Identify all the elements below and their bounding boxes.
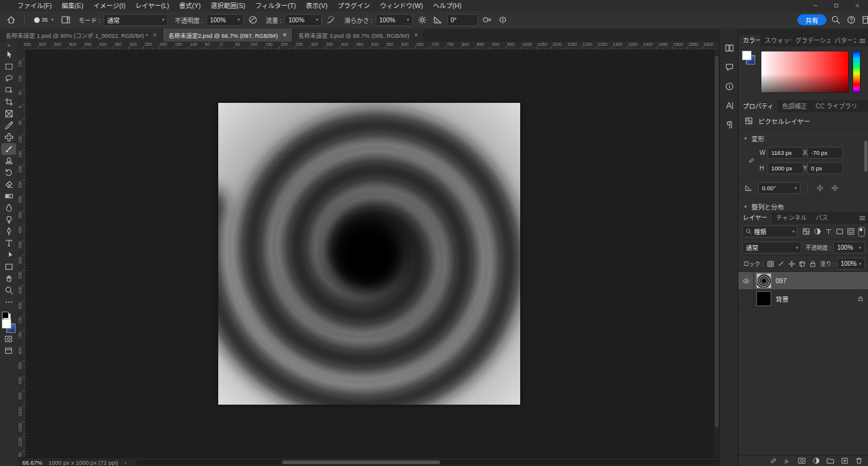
color-tab[interactable]: カラー (738, 35, 760, 46)
lock-position-button[interactable] (787, 259, 797, 269)
properties-tab[interactable]: プロパティ (738, 100, 777, 112)
close-tab-icon[interactable]: × (283, 32, 286, 38)
close-tab-icon[interactable]: × (414, 32, 418, 38)
pressure-size-icon[interactable] (481, 14, 494, 26)
color-tab[interactable]: スウォッチ (760, 35, 790, 46)
brush-angle-input[interactable]: 0° (447, 14, 478, 26)
layer-row[interactable]: 097 (738, 272, 868, 290)
character-button[interactable] (722, 99, 736, 112)
foreground-color-swatch[interactable] (742, 51, 751, 60)
object-selection-tool[interactable] (1, 84, 16, 96)
brush-tool[interactable] (1, 143, 16, 155)
rectangle-tool[interactable] (1, 261, 16, 273)
layers-tab[interactable]: レイヤー (738, 212, 772, 224)
mask-button[interactable] (797, 456, 807, 466)
document-tab-2[interactable]: 名称未設定2.psd @ 66.7% (097, RGB/8#)× (163, 29, 293, 42)
workspace-icon[interactable] (861, 14, 868, 26)
smoothing-options-gear-icon[interactable] (416, 14, 428, 26)
history-brush-tool[interactable] (1, 167, 16, 178)
smoothing-select[interactable]: 100% ▾ (376, 14, 413, 26)
pressure-opacity-icon[interactable] (247, 14, 259, 26)
type-tool[interactable] (1, 237, 16, 249)
vertical-scrollbar[interactable] (714, 50, 719, 457)
screen-mode-button[interactable] (1, 345, 16, 356)
color-tab[interactable]: パターン (830, 35, 856, 46)
color-field[interactable] (761, 51, 849, 93)
maximize-button[interactable] (826, 0, 847, 11)
crop-tool[interactable] (1, 96, 16, 108)
color-panel-menu-icon[interactable] (856, 35, 868, 46)
lock-all-button[interactable] (808, 259, 818, 269)
horizontal-scrollbar-thumb[interactable] (282, 460, 440, 464)
horizontal-scrollbar[interactable] (136, 460, 720, 465)
hand-tool[interactable] (1, 273, 16, 284)
filter-filter-type-button[interactable] (823, 227, 833, 237)
color-tab[interactable]: グラデーション (791, 35, 830, 46)
paint-mode-select[interactable]: 通常 ▾ (104, 14, 168, 26)
pen-tool[interactable] (1, 226, 16, 237)
marquee-tool[interactable] (1, 61, 16, 73)
share-button[interactable]: 共有 (797, 14, 826, 25)
properties-scrollbar[interactable] (864, 141, 867, 172)
menu-view[interactable]: 表示(V) (301, 0, 332, 11)
filter-shape-button[interactable] (835, 227, 844, 237)
lock-artboard-button[interactable] (797, 259, 807, 269)
menu-window[interactable]: ウィンドウ(W) (375, 0, 428, 11)
y-input[interactable]: 0 px (807, 162, 843, 174)
lock-pixels-button[interactable] (776, 259, 786, 269)
transform-section-header[interactable]: ▼ 変形 (738, 130, 868, 146)
flip-vertical-icon[interactable] (830, 183, 840, 193)
layer-fill-select[interactable]: 100% ▾ (837, 258, 865, 270)
folder-button[interactable] (825, 456, 835, 466)
layer-opacity-select[interactable]: 100% ▾ (833, 242, 865, 253)
hue-slider[interactable] (852, 51, 861, 93)
layers-tab[interactable]: チャンネル (772, 212, 812, 224)
document-canvas[interactable] (218, 103, 520, 405)
link-dimensions-icon[interactable] (745, 147, 758, 174)
dual-panel-button[interactable] (722, 41, 736, 55)
visibility-eye-icon[interactable] (738, 272, 754, 289)
clone-stamp-tool[interactable] (1, 155, 16, 167)
opacity-select[interactable]: 100% ▾ (206, 14, 244, 26)
x-input[interactable]: -70 px (807, 147, 843, 159)
collapse-toolbar-icon[interactable]: » (0, 42, 17, 49)
new-layer-button[interactable] (839, 456, 849, 466)
blur-tool[interactable] (1, 202, 16, 214)
vertical-ruler[interactable]: 1501005005010015020025030035040045050055… (17, 50, 26, 457)
home-icon[interactable] (5, 14, 17, 26)
frame-tool[interactable] (1, 108, 16, 120)
minimize-button[interactable] (805, 0, 826, 11)
document-tab-3[interactable]: 名称未設定 3.psd @ 66.7% (005, RGB/8#)× (293, 29, 424, 42)
foreground-background-colors[interactable] (1, 312, 16, 333)
move-tool[interactable] (1, 49, 16, 61)
dodge-tool[interactable] (1, 214, 16, 226)
path-selection-tool[interactable] (1, 249, 16, 261)
layer-thumbnail[interactable] (754, 272, 771, 289)
rotation-angle-input[interactable]: 0.00° ▾ (758, 182, 800, 194)
properties-tab[interactable]: 色調補正 (777, 100, 811, 112)
close-tab-icon[interactable]: × (153, 32, 157, 38)
foreground-background-widget[interactable] (742, 51, 760, 69)
menu-help[interactable]: ヘルプ(H) (428, 0, 466, 11)
default-colors-icon[interactable] (2, 312, 9, 319)
lock-transparent-button[interactable] (766, 259, 776, 269)
close-button[interactable] (847, 0, 868, 11)
canvas-viewport[interactable] (25, 50, 714, 457)
color-swatch-pair[interactable] (1, 319, 16, 333)
layer-filter-select[interactable]: 種類 ▾ (742, 226, 797, 237)
link-button[interactable] (768, 456, 778, 466)
eyedropper-tool[interactable] (1, 120, 16, 131)
horizontal-ruler[interactable]: 6506005505004504003503002502001501005005… (25, 42, 719, 50)
comment-button[interactable] (722, 60, 736, 74)
foreground-color-swatch[interactable] (2, 319, 11, 328)
menu-type[interactable]: 書式(Y) (174, 0, 206, 11)
eraser-tool[interactable] (1, 178, 16, 190)
menu-edit[interactable]: 編集(E) (56, 0, 88, 11)
fx-button[interactable]: fx (782, 456, 792, 466)
menu-file[interactable]: ファイル(F) (12, 0, 56, 11)
trash-button[interactable] (854, 456, 864, 466)
zoom-tool[interactable] (1, 284, 16, 296)
menu-select[interactable]: 選択範囲(S) (206, 0, 250, 11)
paragraph-button[interactable] (722, 118, 736, 131)
menu-filter[interactable]: フィルター(T) (250, 0, 301, 11)
